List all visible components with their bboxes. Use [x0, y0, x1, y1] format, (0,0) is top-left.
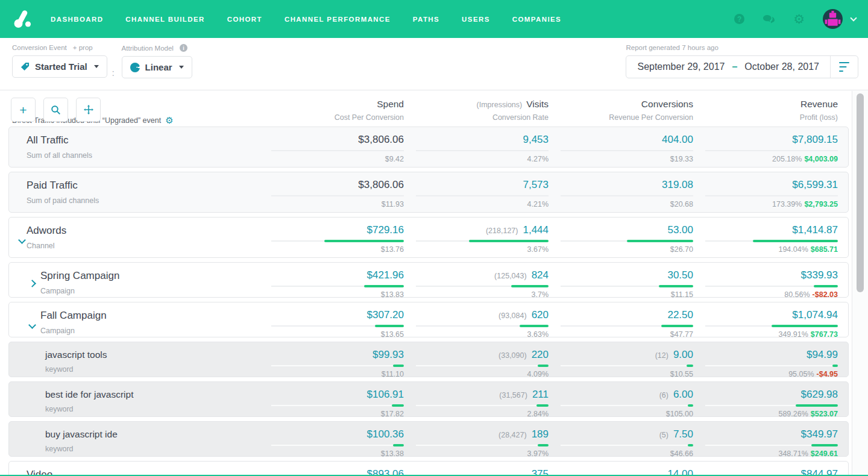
nav-item-channel-builder[interactable]: CHANNEL BUILDER [125, 16, 204, 23]
avatar[interactable] [823, 9, 843, 29]
conversions-bar [688, 404, 693, 407]
spend-cell: $893.06 [259, 462, 404, 476]
dropdown-caret-icon [179, 66, 184, 69]
nav-item-dashboard[interactable]: DASHBOARD [51, 16, 103, 23]
table-toolbar: + [11, 98, 101, 122]
settings-icon[interactable]: ⚙ [793, 13, 805, 25]
scrollbar-thumb[interactable] [857, 93, 864, 292]
conversions-bar [661, 325, 693, 327]
spend-bar [393, 444, 404, 446]
conversions-bar [687, 365, 693, 367]
nav-item-channel-performance[interactable]: CHANNEL PERFORMANCE [285, 16, 391, 23]
add-prop-link[interactable]: + prop [73, 44, 93, 51]
row-metrics: $100.36 $13.38 (28,427)189 3.97% (5)7.50… [259, 422, 838, 456]
profit-percent-value: 95.05% [788, 370, 814, 378]
conversion-event-label-text: Conversion Event [12, 44, 67, 51]
conversions-track [561, 365, 693, 366]
table-row[interactable]: All Traffic Sum of all channels $3,806.0… [8, 127, 849, 168]
conversion-event-dropdown[interactable]: Started Trial [12, 55, 107, 78]
info-icon[interactable]: i [180, 44, 187, 52]
attribution-model-dropdown[interactable]: Linear [122, 56, 192, 78]
revenue-value: $1,414.87 [792, 224, 838, 236]
conversion-count-value: (5) [659, 431, 668, 439]
spend-track [271, 365, 404, 366]
nav-item-users[interactable]: USERS [462, 16, 490, 23]
table-row[interactable]: Fall Campaign Campaign $307.20 $13.65 (9… [8, 302, 849, 337]
profit-value: -$4.95 [817, 370, 838, 378]
table-row[interactable]: Spring Campaign Campaign $421.96 $13.83 … [8, 262, 849, 298]
spend-cell: $100.36 $13.38 [259, 422, 404, 456]
cost-per-conversion-value: $13.38 [259, 449, 404, 458]
rows: All Traffic Sum of all channels $3,806.0… [0, 127, 868, 476]
revenue-bar [796, 404, 838, 407]
conversion-rate-value: 4.09% [404, 370, 549, 378]
conversions-bar [688, 444, 693, 446]
expand-chevron-icon[interactable] [18, 236, 26, 244]
revenue-cell: $1,074.94 349.91%$767.73 [693, 302, 838, 337]
spend-cell: $729.16 $13.76 [259, 218, 404, 257]
column-header-visits[interactable]: (Impressions)Visits Conversion Rate [404, 99, 549, 122]
row-title: Spring Campaign [40, 270, 119, 282]
revenue-cell: $629.98 589.26%$523.07 [693, 382, 838, 416]
expand-chevron-icon[interactable] [28, 321, 36, 329]
impressions-value: (218,127) [486, 227, 518, 235]
spend-cell: $3,806.06 $9.42 [259, 127, 404, 167]
column-header-conversions[interactable]: Conversions Revenue Per Conversion [549, 99, 693, 122]
revenue-per-conversion-value: $46.66 [549, 449, 693, 458]
revenue-cell: $844.97 [693, 462, 838, 476]
column-header-revenue[interactable]: Revenue Profit (loss) [693, 99, 838, 122]
pie-chart-icon [130, 63, 140, 72]
visits-bar [511, 285, 549, 287]
spend-cell: $307.20 $13.65 [259, 302, 404, 337]
top-navbar: DASHBOARD CHANNEL BUILDER COHORT CHANNEL… [0, 0, 868, 38]
visits-bar [538, 444, 549, 446]
visits-cell: (33,090)220 4.09% [404, 342, 549, 377]
app-logo[interactable] [12, 8, 34, 30]
account-caret-down-icon[interactable] [850, 14, 857, 21]
conversion-count-value: (12) [655, 351, 668, 360]
revenue-track [705, 150, 838, 151]
report-options-button[interactable] [830, 56, 858, 78]
filter-bar: Conversion Event + prop Started Trial : … [0, 38, 868, 90]
row-subtitle: Channel [27, 242, 66, 250]
chat-icon[interactable] [763, 14, 775, 24]
dropdown-caret-icon [94, 65, 99, 68]
help-icon[interactable]: ? [734, 14, 744, 24]
nav-right-icons: ? ⚙ [734, 9, 856, 29]
search-button[interactable] [43, 98, 68, 122]
nav-item-companies[interactable]: COMPANIES [512, 16, 561, 23]
date-range-value[interactable]: September 29, 2017 – October 28, 2017 [626, 61, 830, 72]
revenue-cell: $94.99 95.05%-$4.95 [693, 342, 838, 377]
visits-bar [536, 404, 549, 407]
revenue-per-conversion-value: $10.55 [549, 370, 693, 378]
table-row[interactable]: buy javascript ide keyword $100.36 $13.3… [8, 421, 849, 457]
table-row[interactable]: Video Channel $893.06 375 14.00 $844.97 [8, 461, 849, 476]
impressions-value: (125,043) [494, 272, 527, 280]
vertical-scrollbar[interactable] [852, 91, 868, 476]
conversions-cell: 404.00 $19.33 [549, 127, 693, 167]
visits-value: 620 [532, 309, 549, 321]
revenue-value: $94.99 [807, 349, 838, 361]
revenue-bar [832, 365, 838, 367]
spend-track [271, 150, 404, 151]
visits-cell: (31,567)211 2.84% [404, 382, 549, 416]
row-metrics: $729.16 $13.76 (218,127)1,444 3.67% 53.0… [259, 218, 838, 257]
visits-track [416, 195, 549, 196]
cost-per-conversion-value: $17.82 [259, 410, 404, 418]
column-header-spend[interactable]: Spend Cost Per Conversion [259, 99, 404, 122]
revenue-track [705, 445, 838, 446]
reorder-button[interactable] [76, 98, 101, 122]
row-metrics: $421.96 $13.83 (125,043)824 3.7% 30.50 $… [259, 263, 838, 297]
nav-item-paths[interactable]: PATHS [413, 16, 439, 23]
table-row[interactable]: javascript tools keyword $99.93 $11.10 (… [8, 342, 849, 377]
nav-item-cohort[interactable]: COHORT [227, 16, 262, 23]
add-channel-button[interactable]: + [11, 98, 36, 122]
spend-cell: $421.96 $13.83 [259, 263, 404, 297]
cost-per-conversion-value: $13.65 [259, 330, 404, 339]
conversions-value: 30.50 [667, 269, 693, 281]
revenue-value: $1,074.94 [792, 309, 838, 321]
table-row[interactable]: Adwords Channel $729.16 $13.76 (218,127)… [8, 217, 849, 258]
expand-chevron-icon[interactable] [28, 280, 36, 287]
table-row[interactable]: best ide for javascript keyword $106.91 … [8, 381, 849, 417]
table-row[interactable]: Paid Traffic Sum of paid channels $3,806… [8, 172, 849, 213]
